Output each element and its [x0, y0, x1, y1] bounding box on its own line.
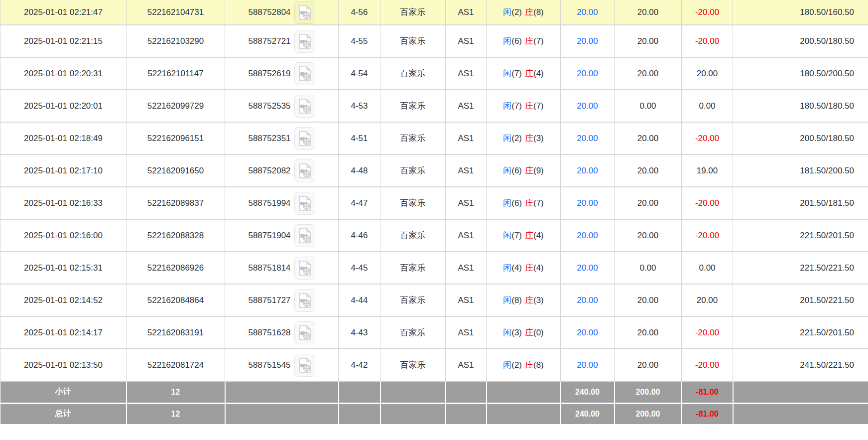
banker-result-label: 庄	[525, 198, 533, 208]
winloss-cell: -20.00	[682, 316, 733, 349]
player-result-label: 闲	[503, 263, 511, 273]
balance-cell: 180.50/200.50	[733, 57, 868, 90]
banker-score: (8)	[533, 360, 544, 370]
table-row[interactable]: 2025-01-01 02:14:52522162084864588751727…	[0, 284, 868, 316]
round-number-cell: 588752351	[225, 122, 339, 154]
balance-cell: 221.50/221.50	[733, 252, 868, 284]
table-row[interactable]: 2025-01-01 02:15:31522162086926588751814…	[0, 252, 868, 284]
banker-result-label: 庄	[525, 166, 533, 175]
subtotal-valid-total-cell: 200.00	[615, 381, 682, 403]
video-replay-button[interactable]	[294, 62, 315, 85]
round-number: 588752619	[248, 69, 290, 79]
winloss-cell: -20.00	[682, 219, 733, 252]
player-score: (3)	[511, 328, 522, 337]
betting-records-view: 2025-01-01 02:21:47522162104731588752804…	[0, 0, 868, 424]
video-replay-button[interactable]	[294, 257, 315, 280]
video-replay-button[interactable]	[294, 289, 315, 312]
game-type-cell: 百家乐	[380, 316, 446, 349]
order-number-cell: 522162089837	[126, 187, 225, 219]
subtotal-empty-cell	[446, 381, 487, 403]
game-type-cell: 百家乐	[380, 122, 446, 154]
round-number-group: 588752351	[225, 127, 338, 150]
banker-score: (4)	[533, 263, 544, 273]
order-number-cell: 522162099729	[126, 90, 225, 122]
table-name-cell: AS1	[446, 25, 487, 57]
result-cell: 闲(6)庄(7)	[487, 187, 561, 219]
bet-amount-cell: 20.00	[561, 25, 615, 57]
round-number-cell: 588751628	[225, 316, 339, 349]
session-cell: 4-43	[339, 316, 380, 349]
session-cell: 4-42	[339, 349, 380, 381]
video-replay-button[interactable]	[294, 321, 315, 344]
video-replay-button[interactable]	[294, 30, 315, 53]
table-name-cell: AS1	[446, 90, 487, 122]
order-number-cell: 522162103290	[126, 25, 225, 57]
subtotal-bet-total-cell: 240.00	[561, 381, 615, 403]
balance-cell: 221.50/201.50	[733, 316, 868, 349]
game-type-cell: 百家乐	[380, 0, 446, 25]
valid-amount-cell: 20.00	[615, 316, 682, 349]
player-score: (8)	[511, 295, 522, 305]
table-row[interactable]: 2025-01-01 02:20:01522162099729588752535…	[0, 90, 868, 122]
banker-score: (3)	[533, 134, 544, 143]
video-file-icon	[298, 99, 311, 114]
subtotal-winloss-total-cell: -81.00	[682, 381, 733, 403]
table-row[interactable]: 2025-01-01 02:13:50522162081724588751545…	[0, 349, 868, 381]
round-number: 588751727	[248, 295, 290, 305]
total-valid-total-cell: 200.00	[615, 403, 682, 424]
valid-amount-cell: 20.00	[615, 284, 682, 316]
total-count-cell: 12	[126, 403, 225, 424]
table-row[interactable]: 2025-01-01 02:16:33522162089837588751994…	[0, 187, 868, 219]
table-row[interactable]: 2025-01-01 02:17:10522162091650588752082…	[0, 154, 868, 187]
player-score: (7)	[511, 69, 522, 78]
total-empty-cell	[733, 403, 868, 424]
round-number-cell: 588751994	[225, 187, 339, 219]
balance-cell: 180.50/160.50	[733, 0, 868, 25]
valid-amount-cell: 20.00	[615, 187, 682, 219]
player-result-label: 闲	[503, 166, 511, 175]
round-number-cell: 588752721	[225, 25, 339, 57]
winloss-cell: 20.00	[682, 284, 733, 316]
time-cell: 2025-01-01 02:20:01	[0, 90, 126, 122]
total-bet-total-cell: 240.00	[561, 403, 615, 424]
video-replay-button[interactable]	[294, 159, 315, 182]
player-score: (7)	[511, 101, 522, 111]
table-row[interactable]: 2025-01-01 02:18:49522162096151588752351…	[0, 122, 868, 154]
banker-result-label: 庄	[525, 328, 533, 337]
winloss-cell: -20.00	[682, 25, 733, 57]
time-cell: 2025-01-01 02:14:52	[0, 284, 126, 316]
session-cell: 4-54	[339, 57, 380, 90]
player-result-label: 闲	[503, 7, 511, 17]
table-row[interactable]: 2025-01-01 02:21:15522162103290588752721…	[0, 25, 868, 57]
balance-cell: 200.50/180.50	[733, 122, 868, 154]
round-number-group: 588752619	[225, 62, 338, 85]
time-cell: 2025-01-01 02:21:15	[0, 25, 126, 57]
video-replay-button[interactable]	[294, 95, 315, 118]
video-file-icon	[298, 358, 311, 373]
player-score: (7)	[511, 231, 522, 240]
round-number-group: 588751545	[225, 354, 338, 377]
round-number-cell: 588752619	[225, 57, 339, 90]
total-winloss-total-cell: -81.00	[682, 403, 733, 424]
video-replay-button[interactable]	[294, 354, 315, 377]
table-row[interactable]: 2025-01-01 02:14:17522162083191588751628…	[0, 316, 868, 349]
table-row[interactable]: 2025-01-01 02:21:47522162104731588752804…	[0, 0, 868, 25]
banker-score: (4)	[533, 69, 544, 78]
video-replay-button[interactable]	[294, 224, 315, 247]
video-replay-button[interactable]	[294, 127, 315, 150]
winloss-cell: -20.00	[682, 122, 733, 154]
session-cell: 4-44	[339, 284, 380, 316]
table-row[interactable]: 2025-01-01 02:16:00522162088328588751904…	[0, 219, 868, 252]
banker-result-label: 庄	[525, 295, 533, 305]
video-replay-button[interactable]	[294, 1, 315, 24]
player-score: (4)	[511, 263, 522, 273]
order-number-cell: 522162088328	[126, 219, 225, 252]
order-number-cell: 522162083191	[126, 316, 225, 349]
video-replay-button[interactable]	[294, 192, 315, 215]
table-row[interactable]: 2025-01-01 02:20:31522162101147588752619…	[0, 57, 868, 90]
banker-result-label: 庄	[525, 7, 533, 17]
player-score: (2)	[511, 360, 522, 370]
bet-amount-cell: 20.00	[561, 57, 615, 90]
video-file-icon	[298, 325, 311, 340]
time-cell: 2025-01-01 02:20:31	[0, 57, 126, 90]
